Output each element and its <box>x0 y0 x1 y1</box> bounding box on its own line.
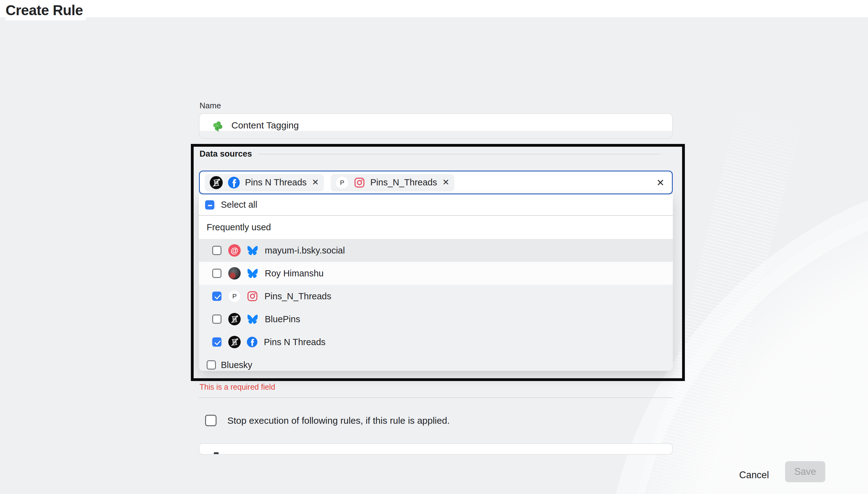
bluesky-icon <box>247 268 258 279</box>
clipped-content <box>214 452 219 455</box>
option-checkbox[interactable] <box>212 315 221 324</box>
option-checkbox[interactable] <box>212 269 221 278</box>
chip-label: Pins N Threads <box>245 177 307 188</box>
selected-chip: P Pins_N_Threads ✕ <box>331 174 454 191</box>
name-label: Name <box>199 101 221 111</box>
bluesky-icon <box>247 245 258 256</box>
facebook-icon <box>247 337 257 347</box>
option-checkbox[interactable] <box>212 246 221 255</box>
data-sources-select[interactable]: Pins N Threads ✕ P Pins_N_Threads ✕ ✕ <box>199 171 673 194</box>
option-pins-n-threads-instagram[interactable]: P Pins_N_Threads <box>199 285 673 308</box>
next-field-partial <box>199 443 673 455</box>
clear-all-icon[interactable]: ✕ <box>656 177 665 188</box>
stop-execution-checkbox[interactable] <box>205 415 217 426</box>
select-all-checkbox[interactable] <box>205 200 214 210</box>
select-all-option[interactable]: Select all <box>199 194 673 215</box>
footer-actions: Cancel Save <box>0 460 868 494</box>
remove-chip-icon[interactable]: ✕ <box>442 178 450 187</box>
group-checkbox[interactable] <box>206 360 216 369</box>
data-sources-label: Data sources <box>199 149 252 159</box>
option-checkbox[interactable] <box>212 291 221 301</box>
at-badge-avatar: @ <box>228 244 241 256</box>
bluesky-icon <box>247 314 258 324</box>
rule-name-input[interactable]: Content Tagging <box>199 113 673 139</box>
save-button[interactable]: Save <box>785 461 825 482</box>
option-mayum-bsky[interactable]: @ mayum-i.bsky.social <box>199 239 673 262</box>
divider <box>259 154 660 154</box>
group-header-frequently-used: Frequently used <box>199 216 673 239</box>
rule-name-value: Content Tagging <box>231 120 299 131</box>
top-bar <box>0 0 868 17</box>
data-sources-dropdown: Select all Frequently used @ mayum-i.bsk… <box>199 194 673 371</box>
option-checkbox[interactable] <box>212 337 221 347</box>
option-bluepins[interactable]: BluePins <box>199 308 673 330</box>
chip-label: Pins_N_Threads <box>370 177 437 188</box>
option-roy-himanshu[interactable]: Roy Himanshu <box>199 262 673 285</box>
instagram-icon <box>354 177 365 188</box>
option-pins-n-threads-facebook[interactable]: Pins N Threads <box>199 330 673 354</box>
threads-spool-avatar <box>228 336 241 348</box>
letter-p-avatar: P <box>228 290 241 302</box>
group-header-bluesky[interactable]: Bluesky <box>199 354 673 371</box>
cancel-button[interactable]: Cancel <box>737 469 771 481</box>
facebook-icon <box>228 177 240 189</box>
data-sources-header: Data sources <box>199 149 667 159</box>
threads-spool-avatar <box>210 176 223 189</box>
threads-spool-avatar <box>228 313 241 325</box>
stop-execution-row[interactable]: Stop execution of following rules, if th… <box>205 415 450 426</box>
selected-chip: Pins N Threads ✕ <box>205 174 324 191</box>
page-title: Create Rule <box>5 2 86 20</box>
letter-p-avatar: P <box>336 176 349 189</box>
instagram-icon <box>247 291 258 302</box>
photo-avatar <box>228 267 241 280</box>
divider <box>199 397 673 398</box>
remove-chip-icon[interactable]: ✕ <box>312 178 319 187</box>
stop-execution-label: Stop execution of following rules, if th… <box>228 415 450 426</box>
required-field-error: This is a required field <box>199 383 275 392</box>
clover-icon <box>212 120 223 132</box>
